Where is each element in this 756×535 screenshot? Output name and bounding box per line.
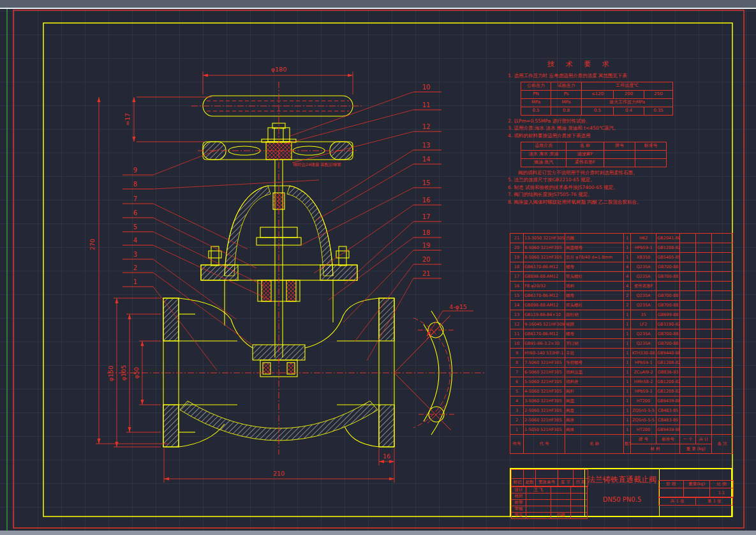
bom-cell-name: 阀座 [565,416,624,425]
bom-cell-std: CB483-85 [656,416,680,425]
centerlines [107,82,486,455]
rev-empty [536,470,558,479]
tb-h-stage: 阶 段 [659,481,684,488]
valve-geometry [163,96,452,447]
callout-number: 13 [422,142,431,149]
tb-h-scale: 比 例 [710,481,734,488]
bom-cell-rem [712,349,733,358]
callout-leader [343,250,413,322]
bom-h-remark: 备 注 [712,435,733,454]
t1-h2: 试验压力 [551,82,582,90]
bom-cell-mat: Q235A [631,329,656,339]
bom-cell-mat: Q235A [631,301,656,310]
sign-label: 校对 [512,494,526,500]
bom-cell-no: 11 [510,329,524,339]
dim-phi150: φ150 [107,366,114,381]
bom-cell-rem [712,358,733,368]
t1-h3: 工作温度℃ [582,82,673,90]
bom-cell-no: 6 [510,377,524,387]
bom-cell-w2 [696,339,712,349]
bom-cell-rem [712,406,733,416]
bom-cell-qty: 1 [624,329,631,339]
tb-sheet-no: 第 1 张 [696,498,733,506]
bom-cell-code: 4-5060 321HF305 [524,387,565,396]
bom-cell-no: 2 [510,416,524,425]
bom-cell-std: GB9439-88 [656,425,680,435]
bom-row: 13GB119-86-B4×10圆柱销135GB699-88 [510,310,733,320]
bom-footer: 件号 代 号 名 称 数量 牌 号 标准号 一 个 共 计 备 注 材 料 重 … [510,435,733,454]
bom-cell-w2 [696,282,712,291]
callout-number: 9 [133,167,137,174]
bom-cell-w2 [696,377,712,387]
bom-cell-name: 垫片 φ78/40 d=1.8mm [565,253,624,262]
callout-leader [153,149,220,175]
tech-item-2: 2. 以Pm=0.55MPa 进行密封性试验。 [508,117,736,125]
t1-cell: ≤120 [582,90,614,98]
bom-cell-qty: 4 [624,282,631,291]
bom-cell-std: GB700-88 [656,329,680,339]
bom-cell-no: 3 [510,406,524,416]
bom-cell-rem [712,396,733,406]
bom-cell-w1 [680,262,696,272]
bom-cell-mat: Q235A [631,291,656,301]
t1-cell: MPa [551,98,582,107]
bom-cell-no: 21 [510,234,524,243]
tech-item-7: 7. 阀门的结构长度按JS7505-76 规定。 [508,191,736,199]
bom-cell-rem [712,301,733,310]
dim-bolt-holes: 4-φ15 [449,303,467,310]
bom-cell-qty: 1 [624,339,631,349]
callout-number: 6 [133,209,137,216]
callout-leader [292,132,413,163]
bom-cell-no: 13 [510,310,524,320]
bom-cell-w2 [696,416,712,425]
callout-number: 14 [422,156,431,163]
bom-cell-rem [712,262,733,272]
t1-cell: 250 [644,90,673,98]
sign-label: 审核 [512,506,526,513]
callout-number: 5 [133,223,137,230]
bom-cell-no: 10 [510,339,524,349]
sign-sig [551,506,571,513]
sign-sig [551,487,571,494]
bom-cell-no: 8 [510,358,524,368]
bom-cell-no: 20 [510,243,524,253]
bom-cell-no: 9 [510,349,524,358]
bom-cell-no: 5 [510,387,524,396]
dim-16: 16 [383,453,390,460]
bom-row: 14GB898-88-AM12双头螺柱2Q235AGB700-88 [510,301,733,310]
callout-number: 3 [133,251,137,258]
sign-name [526,494,551,500]
bom-cell-std: GB700-88 [656,301,680,310]
bom-cell-no: 19 [510,253,524,262]
bom-cell-w2 [696,253,712,262]
bom-cell-name: 双头螺柱 [565,301,624,310]
bom-row: 54-5060 321HF305阀杆1HPb59-1GB1208-82 [510,387,733,396]
bom-cell-w2 [696,368,712,377]
bom-cell-w1 [680,396,696,406]
tb-stage-value [659,488,684,497]
bom-cell-w1 [680,368,696,377]
bom-row: 43-5060 321HF305阀盖1HT200GB9439-88 [510,396,733,406]
bom-row: 198-5060 321HF305垫片 φ78/40 d=1.8mm1XB350… [510,253,733,262]
bom-h-grade: 牌 号 [631,435,656,444]
bom-cell-code: HY60-140 533HF-1 [524,349,565,358]
bom-cell-qty: 1 [624,377,631,387]
sign-label: 审定 [512,513,526,519]
bom-row: 2113-3050 321HF305挡圈1H62GB2041-80 [510,234,733,243]
bom-cell-rem [712,416,733,425]
bom-cell-w2 [696,291,712,301]
callout-number: 20 [422,256,431,263]
drawing-title: 法兰铸铁直通截止阀 [585,474,659,485]
cad-viewport[interactable]: φ180 ≈17 270 φ150 φ105 φ50 210 16 4-φ15 … [0,0,756,535]
tb-scale-value: 1:1 [710,488,734,497]
bom-row: 208-5060 321HF305阀盖螺母1HPb59-1GB1208-82 [510,243,733,253]
bom-cell-rem [712,253,733,262]
t1-cell: 0.35 [644,107,673,115]
bom-row: 22-5060 321HF305阀座1ZQSn5-5-5CB483-85 [510,416,733,425]
callout-number: 16 [422,197,431,204]
bom-cell-w1 [680,349,696,358]
bom-cell-w1 [680,425,696,435]
rev-h-docno: 更改单号 [536,479,558,486]
bom-cell-code: 2-5060 321HF305 [524,416,565,425]
bom-cell-mat: H62 [631,234,656,243]
